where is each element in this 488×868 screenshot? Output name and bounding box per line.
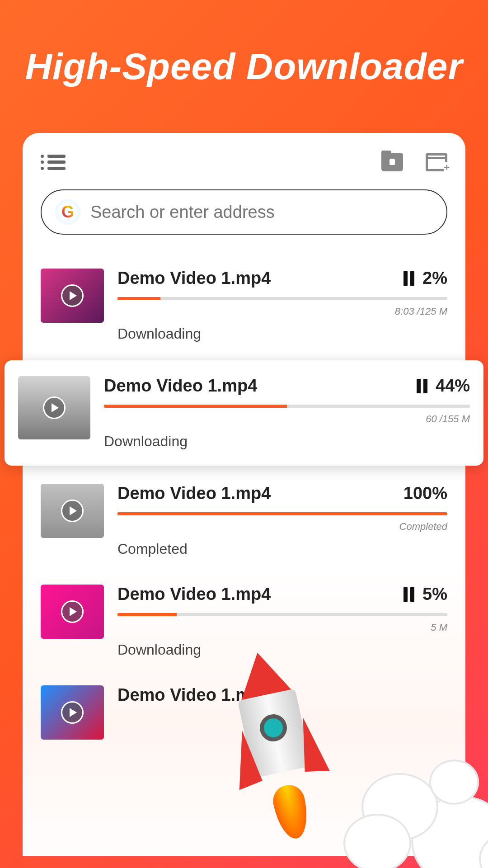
play-icon	[43, 396, 66, 419]
download-item[interactable]: Demo Video 1.mp4	[23, 672, 465, 753]
play-icon	[61, 701, 84, 724]
download-status: Downloading	[117, 326, 447, 342]
play-icon	[61, 500, 84, 522]
app-card: G Demo Video 1.mp4 2% 8:03 /125 M Downlo…	[23, 133, 465, 856]
progress-bar	[117, 512, 447, 515]
download-title: Demo Video 1.mp4	[104, 376, 257, 396]
video-thumbnail[interactable]	[41, 585, 104, 639]
play-icon	[61, 600, 84, 623]
download-status: Downloading	[117, 642, 447, 658]
menu-list-icon[interactable]	[41, 153, 66, 171]
search-input[interactable]	[90, 203, 433, 222]
download-size: 8:03 /125 M	[117, 306, 447, 317]
download-item[interactable]: Demo Video 1.mp4 2% 8:03 /125 M Download…	[23, 255, 465, 356]
play-icon	[61, 284, 84, 307]
video-thumbnail[interactable]	[18, 376, 90, 439]
pause-icon[interactable]	[404, 587, 414, 602]
search-bar[interactable]: G	[41, 189, 447, 235]
new-tab-icon[interactable]	[426, 153, 447, 171]
private-folder-icon[interactable]	[381, 153, 403, 171]
video-thumbnail[interactable]	[41, 685, 104, 740]
download-title: Demo Video 1.mp4	[117, 685, 271, 705]
pause-icon[interactable]	[417, 379, 427, 393]
download-size: 5 M	[117, 622, 447, 633]
progress-bar	[117, 297, 447, 300]
pause-icon[interactable]	[404, 271, 414, 286]
video-thumbnail[interactable]	[41, 269, 104, 323]
download-percent: 2%	[422, 269, 447, 288]
progress-bar	[104, 405, 470, 408]
download-item[interactable]: Demo Video 1.mp4 5% 5 M Downloading	[23, 571, 465, 672]
progress-bar	[117, 613, 447, 616]
download-percent: 100%	[404, 484, 447, 503]
download-percent: 44%	[436, 376, 470, 396]
download-item[interactable]: Demo Video 1.mp4 100% Completed Complete…	[23, 470, 465, 571]
google-icon: G	[55, 199, 80, 225]
download-status: Downloading	[104, 433, 470, 450]
download-title: Demo Video 1.mp4	[117, 484, 271, 503]
download-title: Demo Video 1.mp4	[117, 269, 271, 288]
video-thumbnail[interactable]	[41, 484, 104, 538]
toolbar	[23, 153, 465, 189]
download-size: Completed	[117, 521, 447, 533]
hero-title: High-Speed Downloader	[0, 0, 488, 115]
download-status: Completed	[117, 541, 447, 557]
download-title: Demo Video 1.mp4	[117, 585, 271, 604]
download-size: 60 /155 M	[104, 413, 470, 425]
download-item[interactable]: Demo Video 1.mp4 44% 60 /155 M Downloadi…	[5, 360, 483, 466]
download-percent: 5%	[422, 585, 447, 604]
